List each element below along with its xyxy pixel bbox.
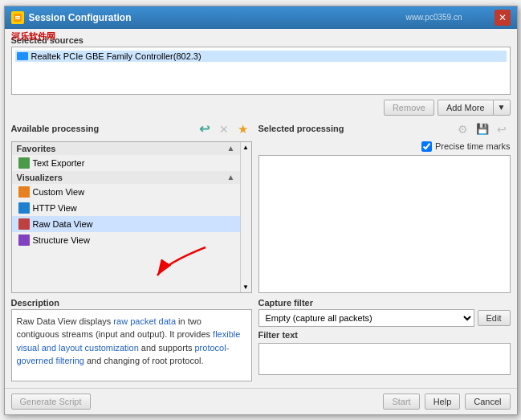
- raw-data-view-icon: [18, 218, 30, 230]
- add-more-button[interactable]: Add More: [438, 100, 493, 116]
- available-processing-panel: Available processing ↩ ✕ ★: [11, 120, 252, 293]
- selected-processing-header: Selected processing ⚙ 💾 ↩: [258, 120, 511, 138]
- dialog-title: Session Configuration: [29, 12, 132, 23]
- list-item-http-view[interactable]: HTTP View: [12, 200, 240, 216]
- source-item: Realtek PCIe GBE Family Controller(802.3…: [15, 51, 507, 62]
- undo-icon: ↩: [497, 123, 507, 136]
- star-icon: ★: [238, 122, 248, 137]
- generate-script-button[interactable]: Generate Script: [11, 393, 91, 410]
- add-icon: ↩: [199, 121, 210, 137]
- precise-time-row: Precise time marks: [258, 141, 511, 152]
- filter-text-box: [258, 343, 511, 375]
- structure-view-icon: [18, 234, 30, 246]
- desc-text-blue-1: raw packet data: [113, 316, 176, 326]
- title-bar: Session Configuration www.pc0359.cn ✕: [5, 6, 517, 29]
- add-more-arrow[interactable]: ▼: [493, 100, 511, 116]
- available-processing-toolbar: ↩ ✕ ★: [196, 120, 252, 138]
- desc-text-4: and supports: [139, 343, 195, 353]
- selected-processing-label: Selected processing: [258, 124, 344, 133]
- custom-view-icon: [18, 186, 30, 198]
- start-button[interactable]: Start: [383, 393, 419, 410]
- watermark: www.pc0359.cn: [405, 13, 462, 22]
- available-processing-header: Available processing ↩ ✕ ★: [11, 120, 252, 138]
- desc-text-blue-3: layout customization: [59, 343, 139, 353]
- footer-right: Start Help Cancel: [383, 393, 510, 410]
- description-section: Description Raw Data View displays raw p…: [11, 298, 252, 381]
- save-icon: 💾: [476, 123, 489, 135]
- list-item-custom-view[interactable]: Custom View: [12, 184, 240, 200]
- footer-left: Generate Script: [11, 393, 91, 410]
- selected-sources-section: Selected sources Realtek PCIe GBE Family…: [11, 35, 511, 95]
- filter-text-label: Filter text: [258, 330, 511, 340]
- scroll-down-icon[interactable]: ▼: [242, 283, 249, 291]
- description-label: Description: [11, 298, 252, 308]
- http-view-icon: [18, 202, 30, 214]
- scroll-up-icon[interactable]: ▲: [242, 144, 249, 151]
- add-more-split: Add More ▼: [438, 100, 511, 116]
- save-processing-button[interactable]: 💾: [474, 120, 491, 138]
- precise-time-label: Precise time marks: [421, 141, 511, 152]
- footer: Generate Script Start Help Cancel: [5, 388, 517, 414]
- precise-time-text: Precise time marks: [435, 141, 511, 151]
- visualizers-collapse-icon[interactable]: [227, 173, 235, 181]
- favorites-collapse-icon[interactable]: [227, 144, 235, 153]
- available-processing-label: Available processing: [11, 124, 100, 133]
- favorite-button[interactable]: ★: [234, 120, 252, 138]
- remove-button[interactable]: Remove: [384, 100, 434, 116]
- favorites-group-header: Favorites: [12, 142, 240, 155]
- svg-rect-2: [15, 18, 20, 19]
- undo-processing-button[interactable]: ↩: [493, 120, 511, 138]
- list-item-text-exporter[interactable]: Text Exporter: [12, 155, 240, 171]
- available-list: Favorites Text Exporter Visualizers: [12, 142, 240, 292]
- bottom-sections: Description Raw Data View displays raw p…: [11, 298, 511, 381]
- selected-processing-toolbar: ⚙ 💾 ↩: [454, 120, 511, 138]
- source-name: Realtek PCIe GBE Family Controller(802.3…: [31, 51, 201, 61]
- sources-box: Realtek PCIe GBE Family Controller(802.3…: [11, 47, 511, 95]
- desc-text-5: and changing of root protocol.: [84, 356, 204, 365]
- settings-processing-button[interactable]: ⚙: [454, 120, 472, 138]
- capture-filter-label: Capture filter: [258, 298, 511, 308]
- list-scrollbar[interactable]: ▲ ▼: [240, 142, 251, 292]
- remove-icon: ✕: [219, 123, 229, 136]
- selected-processing-panel: Selected processing ⚙ 💾 ↩: [258, 120, 511, 293]
- settings-icon: ⚙: [458, 123, 468, 136]
- visualizers-group-header: Visualizers: [12, 171, 240, 184]
- capture-filter-row: Empty (capture all packets) Edit: [258, 309, 511, 327]
- selected-processing-list: [258, 155, 511, 293]
- close-button[interactable]: ✕: [495, 10, 511, 26]
- cancel-button[interactable]: Cancel: [465, 393, 510, 410]
- list-item-raw-data-view[interactable]: Raw Data View: [12, 216, 240, 232]
- desc-text-1: Raw Data View displays: [17, 316, 114, 326]
- source-actions-row: Remove Add More ▼: [11, 100, 511, 116]
- list-item-structure-view[interactable]: Structure View: [12, 232, 240, 248]
- available-list-container: Favorites Text Exporter Visualizers: [11, 141, 252, 293]
- network-icon: [17, 52, 28, 60]
- svg-rect-0: [14, 14, 22, 22]
- selected-sources-label: Selected sources: [11, 35, 511, 45]
- remove-processing-button[interactable]: ✕: [215, 120, 233, 138]
- description-box: Raw Data View displays raw packet data i…: [11, 309, 252, 381]
- edit-filter-button[interactable]: Edit: [478, 310, 511, 326]
- app-icon: [11, 11, 24, 24]
- help-button[interactable]: Help: [425, 393, 461, 410]
- watermark-top: 河乐软件网: [11, 31, 55, 43]
- capture-filter-section: Capture filter Empty (capture all packet…: [258, 298, 511, 381]
- session-config-dialog: Session Configuration www.pc0359.cn ✕ 河乐…: [4, 6, 518, 415]
- svg-rect-1: [15, 16, 20, 18]
- middle-section: Available processing ↩ ✕ ★: [11, 120, 511, 293]
- add-processing-button[interactable]: ↩: [196, 120, 214, 138]
- precise-time-checkbox[interactable]: [421, 141, 432, 152]
- capture-filter-select[interactable]: Empty (capture all packets): [258, 309, 474, 327]
- text-exporter-icon: [18, 157, 30, 169]
